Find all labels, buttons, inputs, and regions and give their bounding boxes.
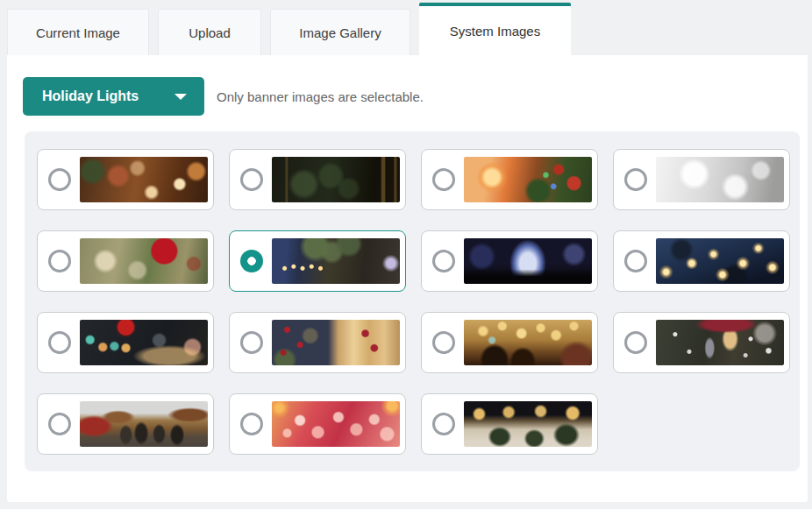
image-option-card[interactable] xyxy=(421,393,598,455)
radio-button[interactable] xyxy=(240,413,263,435)
radio-button[interactable] xyxy=(432,331,455,354)
image-option-card[interactable] xyxy=(37,149,214,210)
tab-current-image[interactable]: Current Image xyxy=(7,9,149,55)
radio-button[interactable] xyxy=(240,331,263,354)
toolbar: Holiday Lights Only banner images are se… xyxy=(23,77,424,116)
radio-button[interactable] xyxy=(432,413,455,435)
tab-upload[interactable]: Upload xyxy=(158,9,261,55)
image-option-card[interactable] xyxy=(613,230,790,292)
banner-image-thumbnail xyxy=(656,157,784,202)
banner-image-thumbnail xyxy=(656,238,784,284)
image-grid xyxy=(37,149,787,455)
tab-bar: Current Image Upload Image Gallery Syste… xyxy=(7,0,571,55)
radio-button[interactable] xyxy=(624,250,647,272)
chevron-down-icon xyxy=(175,94,187,100)
image-option-card[interactable] xyxy=(421,312,598,373)
banner-image-thumbnail xyxy=(80,320,208,365)
radio-button[interactable] xyxy=(48,250,71,272)
radio-button[interactable] xyxy=(240,250,263,272)
radio-button[interactable] xyxy=(624,331,647,354)
image-option-card[interactable] xyxy=(421,149,598,210)
radio-button[interactable] xyxy=(48,413,71,435)
banner-image-thumbnail xyxy=(272,238,400,284)
radio-button[interactable] xyxy=(240,168,263,191)
banner-image-thumbnail xyxy=(464,320,592,365)
category-dropdown[interactable]: Holiday Lights xyxy=(23,77,204,116)
banner-image-thumbnail xyxy=(464,157,592,202)
radio-button[interactable] xyxy=(48,331,71,354)
image-option-card[interactable] xyxy=(421,230,598,292)
content-panel: Holiday Lights Only banner images are se… xyxy=(7,55,808,502)
category-dropdown-label: Holiday Lights xyxy=(42,88,139,104)
image-option-card[interactable] xyxy=(37,230,214,292)
image-option-card[interactable] xyxy=(613,149,790,210)
banner-image-thumbnail xyxy=(80,157,208,202)
banner-image-thumbnail xyxy=(272,401,400,447)
image-option-card[interactable] xyxy=(613,312,790,373)
banner-image-thumbnail xyxy=(464,401,592,447)
banner-image-thumbnail xyxy=(80,238,208,284)
radio-button[interactable] xyxy=(48,168,71,191)
image-option-card[interactable] xyxy=(37,312,214,373)
banner-image-thumbnail xyxy=(656,320,784,365)
image-option-card[interactable] xyxy=(229,230,406,292)
tab-system-images[interactable]: System Images xyxy=(419,3,571,55)
system-images-page: Current Image Upload Image Gallery Syste… xyxy=(0,0,812,509)
image-grid-panel xyxy=(25,131,800,471)
banner-image-thumbnail xyxy=(80,401,208,447)
tab-image-gallery[interactable]: Image Gallery xyxy=(270,9,410,55)
banner-image-thumbnail xyxy=(272,157,400,202)
banner-image-thumbnail xyxy=(272,320,400,365)
image-option-card[interactable] xyxy=(229,149,406,210)
image-option-card[interactable] xyxy=(37,393,214,455)
image-option-card[interactable] xyxy=(229,393,406,455)
radio-button[interactable] xyxy=(432,250,455,272)
banner-image-thumbnail xyxy=(464,238,592,284)
radio-button[interactable] xyxy=(624,168,647,191)
hint-text: Only banner images are selectable. xyxy=(217,89,424,104)
image-option-card[interactable] xyxy=(229,312,406,373)
radio-button[interactable] xyxy=(432,168,455,191)
